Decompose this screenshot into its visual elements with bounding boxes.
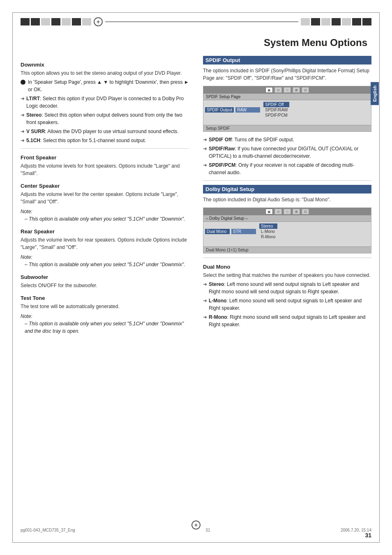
dolby-screen-header: ▣ ⊙ ☆ ⊠ ⊡ [203,208,371,215]
footer-left: pg001-043_MCD735_37_Eng [21,528,75,532]
downmix-arrow-stereo: ➜ Stereo: Select this option when output… [21,111,189,126]
dual-mono-rmono-text: R-Mono: Right mono sound will send outpu… [209,313,371,328]
right-column: SPDIF Output The options included in SPD… [203,56,371,338]
screen-icon-3: ☆ [284,87,291,93]
bottom-crosshair [191,520,201,530]
rear-speaker-header: Rear Speaker [21,228,189,235]
arrow-icon: ➜ [203,313,207,321]
arrow-icon: ➜ [21,95,25,102]
spdif-screen-header: ▣ ⊙ ☆ ⊠ ⊡ [203,86,371,94]
dolby-digital-body: The option included in Digital Audio Set… [203,196,371,203]
top-bar [21,17,371,26]
arrow-icon: ➜ [203,145,207,152]
dolby-screen: ▣ ⊙ ☆ ⊠ ⊡ – Dolby Digital Setup – Dual M… [203,207,371,253]
downmix-bullet-text: In 'Speaker Setup Page', press ▲ ▼ to hi… [28,78,189,93]
spdif-screen-row: SPDIF Output RAW SPDIF Off SPDIF/RAW SPD… [205,102,369,118]
test-tone-body: The test tone will be automatically gene… [21,303,189,310]
screen-icon-5: ⊡ [302,87,309,93]
arrow-icon: ➜ [203,281,207,288]
downmix-header: Downmix [21,62,189,68]
page-border-top [12,12,380,13]
dolby-screen-title: – Dolby Digital Setup – [203,215,371,222]
spdif-row-value: RAW [235,107,260,113]
arrow-icon: ➜ [21,137,25,144]
left-column: Downmix This option allows you to set th… [21,56,193,338]
front-speaker-header: Front Speaker [21,154,189,161]
divider3 [203,258,371,258]
screen-icon-1: ▣ [265,87,273,93]
spdif-opt-2: SPDIF/RAW [263,107,289,113]
center-speaker-header: Center Speaker [21,183,189,189]
dolby-opt-2: L-Mono [259,229,277,234]
spdif-output-body: The options included in SPDIF (Sony/Phil… [203,67,371,82]
divider2 [203,180,371,181]
front-speaker-body: Adjusts the volume levels for front spea… [21,162,189,177]
dolby-opt-1: Stereo [259,223,277,229]
spdif-pcm-text: SPDIF/PCM: Only if your receiver is not … [209,161,371,176]
dual-mono-arrow-rmono: ➜ R-Mono: Right mono sound will send out… [203,313,371,328]
dual-mono-arrow-lmono: ➜ L-Mono: Left mono sound will send outp… [203,297,371,312]
arrow-icon: ➜ [21,111,25,119]
dolby-screen-icon-3: ☆ [284,209,291,214]
note1-title: Note: [21,209,189,214]
dual-mono-body: Select the setting that matches the numb… [203,272,371,279]
dolby-screen-icon-1: ▣ [265,209,273,214]
note2-block: Note: – This option is available only wh… [21,254,189,268]
spdif-screen: ▣ ⊙ ☆ ⊠ ⊡ SPDIF Setup Page SPDIF Output … [203,86,371,132]
spdif-off-text: SPDIF Off: Turns off the SPDIF output. [209,136,294,143]
downmix-bullet: In 'Speaker Setup Page', press ▲ ▼ to hi… [21,78,189,93]
crosshair-left [94,17,103,26]
subwoofer-header: Subwoofer [21,274,189,280]
downmix-stereo-text: Stereo: Select this option when output d… [26,111,189,126]
spdif-raw-text: SPDIF/Raw: If you have connected your DI… [209,145,371,160]
spdif-arrow-off: ➜ SPDIF Off: Turns off the SPDIF output. [203,136,371,143]
dolby-opt-3: R-Mono [259,234,277,240]
spdif-row-label: SPDIF Output [205,107,234,113]
dolby-screen-icon-5: ⊡ [302,209,309,214]
downmix-arrow-vsurr: ➜ V SURR: Allows the DVD player to use v… [21,128,189,135]
note2-text: – This option is available only when you… [21,261,189,268]
dual-mono-arrow-stereo: ➜ Stereo: Left mono sound will send outp… [203,281,371,295]
downmix-body: This option allows you to set the stereo… [21,69,189,77]
dolby-digital-header: Dolby Digital Setup [203,185,371,193]
spdif-output-header: SPDIF Output [203,56,371,64]
downmix-arrow-51ch: ➜ 5.1CH: Select this option for 5.1-chan… [21,137,189,144]
spdif-arrow-raw: ➜ SPDIF/Raw: If you have connected your … [203,145,371,160]
page-border-right [379,12,380,543]
downmix-arrow-ltrt: ➜ LT/RT: Select this option if your DVD … [21,95,189,110]
arrow-icon: ➜ [21,128,25,135]
arrow-icon: ➜ [203,136,207,143]
screen-icon-2: ⊙ [274,87,282,93]
arrow-icon: ➜ [203,297,207,304]
divider1 [21,148,189,149]
note3-title: Note: [21,313,189,319]
dolby-screen-footer: Dual Mono (1+1) Setup [203,246,371,253]
page-number: 31 [365,532,371,539]
bullet-dot [21,80,25,85]
note3-text: – This option is available only when you… [21,320,189,335]
note2-title: Note: [21,254,189,260]
dolby-screen-body: Dual Mono STR Stereo L-Mono R-Mono [203,222,371,246]
spdif-screen-footer: Setup SPDIF [203,125,371,131]
dolby-row-label: Dual Mono [205,229,230,234]
page-title: System Menu Options [21,37,371,48]
dolby-screen-icon-2: ⊙ [274,209,282,214]
spdif-screen-body: SPDIF Output RAW SPDIF Off SPDIF/RAW SPD… [203,100,371,125]
note3-block: Note: – This option is available only wh… [21,313,189,335]
downmix-ltrt-text: LT/RT: Select this option if your DVD Pl… [26,95,189,110]
top-bar-line-left [105,21,298,22]
page-border-left [12,12,13,543]
columns: Downmix This option allows you to set th… [21,56,371,338]
rear-speaker-body: Adjusts the volume levels for rear speak… [21,236,189,251]
page-border-bottom [12,542,380,543]
spdif-opt-3: SPDIF/PCM [263,113,289,118]
spdif-arrow-pcm: ➜ SPDIF/PCM: Only if your receiver is no… [203,161,371,176]
note1-text: – This option is available only when you… [21,215,189,223]
dual-mono-lmono-text: L-Mono: Left mono sound will send output… [209,297,371,312]
downmix-51ch-text: 5.1CH: Select this option for 5.1-channe… [26,137,146,144]
english-tab: English [371,82,379,105]
top-bar-blocks-right [301,18,371,25]
screen-icon-4: ⊠ [293,87,300,93]
dual-mono-header: Dual Mono [203,264,371,270]
top-bar-blocks-left [21,18,91,25]
